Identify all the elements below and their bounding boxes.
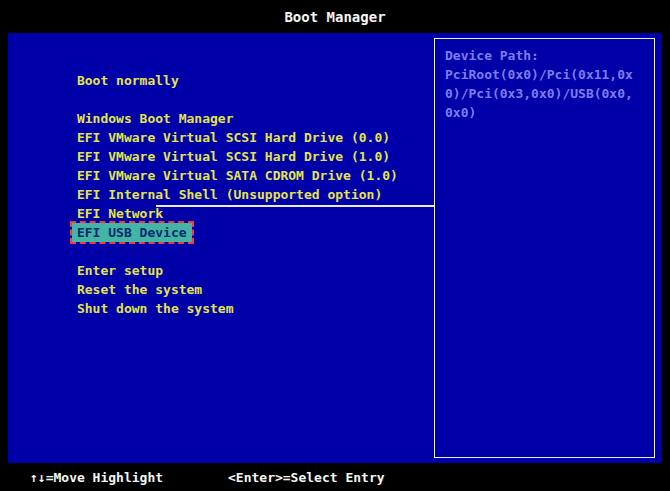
footer-hint-bar: ↑↓=Move Highlight <Enter>=Select Entry [0,463,670,491]
menu-item-label: Enter setup [77,261,163,280]
hint-select-entry: <Enter>=Select Entry [228,470,385,485]
menu-item-windows-boot-manager[interactable]: Windows Boot Manager [30,90,398,109]
menu-item-boot-normally[interactable]: Boot normally [30,52,398,71]
menu-item-label: Shut down the system [77,299,234,318]
hint-move-highlight: ↑↓=Move Highlight [30,470,163,485]
menu-item-label: Reset the system [77,280,202,299]
selected-menu-item-label: EFI USB Device [72,223,192,242]
selection-pointer-line [156,205,434,207]
boot-manager-screen: Boot normally Windows Boot Manager EFI V… [8,33,662,463]
menu-item-label: Boot normally [77,71,179,90]
menu-item-label: Windows Boot Manager [77,109,234,128]
menu-item-label: EFI Network [77,204,163,223]
boot-menu: Boot normally Windows Boot Manager EFI V… [30,52,398,299]
menu-item-label: EFI VMware Virtual SCSI Hard Drive (0.0) [77,128,390,147]
device-path-panel: Device Path: PciRoot(0x0)/Pci(0x11,0x0)/… [434,38,655,458]
page-title: Boot Manager [284,9,385,25]
device-path-value: PciRoot(0x0)/Pci(0x11,0x0)/Pci(0x3,0x0)/… [445,65,634,122]
titlebar: Boot Manager [0,0,670,33]
menu-item-label: EFI VMware Virtual SCSI Hard Drive (1.0) [77,147,390,166]
menu-item-enter-setup[interactable]: Enter setup [30,242,398,261]
device-path-title: Device Path: [445,46,654,65]
menu-item-label: EFI VMware Virtual SATA CDROM Drive (1.0… [77,166,398,185]
menu-item-label: EFI Internal Shell (Unsupported option) [77,185,382,204]
